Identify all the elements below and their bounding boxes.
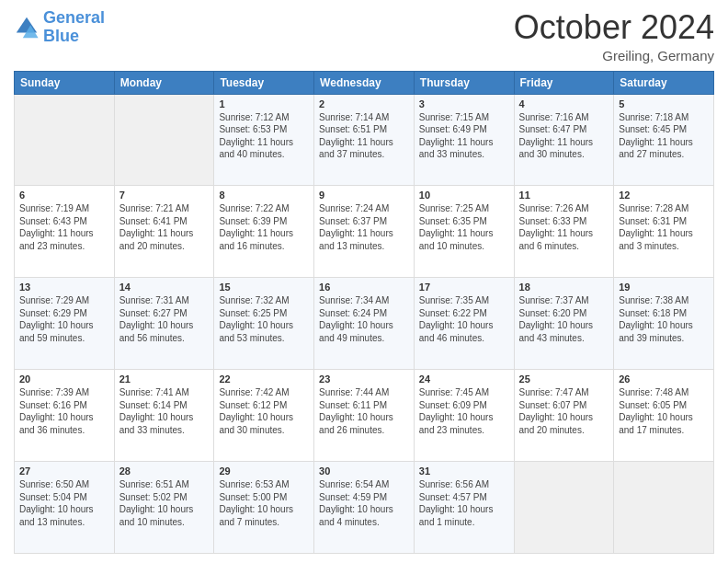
day-info: Sunrise: 7:19 AM Sunset: 6:43 PM Dayligh… xyxy=(19,202,109,252)
logo-line2: Blue xyxy=(43,27,79,45)
calendar-cell: 1Sunrise: 7:12 AM Sunset: 6:53 PM Daylig… xyxy=(214,94,314,186)
day-number: 18 xyxy=(519,282,609,293)
day-number: 14 xyxy=(119,282,210,293)
calendar-cell xyxy=(514,462,614,554)
day-number: 8 xyxy=(219,190,309,201)
day-number: 24 xyxy=(419,373,509,385)
day-info: Sunrise: 7:28 AM Sunset: 6:31 PM Dayligh… xyxy=(619,202,709,252)
calendar-cell xyxy=(614,462,714,554)
calendar-cell: 27Sunrise: 6:50 AM Sunset: 5:04 PM Dayli… xyxy=(15,462,115,554)
calendar-cell: 4Sunrise: 7:16 AM Sunset: 6:47 PM Daylig… xyxy=(514,94,614,186)
calendar-cell: 25Sunrise: 7:47 AM Sunset: 6:07 PM Dayli… xyxy=(514,370,614,462)
calendar-cell: 19Sunrise: 7:38 AM Sunset: 6:18 PM Dayli… xyxy=(614,278,714,370)
header-row: Sunday Monday Tuesday Wednesday Thursday… xyxy=(15,71,714,94)
day-number: 5 xyxy=(619,98,709,109)
calendar-cell: 9Sunrise: 7:24 AM Sunset: 6:37 PM Daylig… xyxy=(314,186,415,278)
day-info: Sunrise: 7:38 AM Sunset: 6:18 PM Dayligh… xyxy=(619,294,709,344)
day-info: Sunrise: 7:18 AM Sunset: 6:45 PM Dayligh… xyxy=(619,111,709,161)
day-number: 1 xyxy=(219,98,309,109)
day-number: 12 xyxy=(619,190,709,201)
col-sunday: Sunday xyxy=(15,71,115,94)
day-number: 11 xyxy=(519,190,609,201)
day-info: Sunrise: 6:54 AM Sunset: 4:59 PM Dayligh… xyxy=(319,478,409,528)
calendar-cell: 8Sunrise: 7:22 AM Sunset: 6:39 PM Daylig… xyxy=(214,186,314,278)
day-number: 15 xyxy=(219,282,309,293)
week-row-4: 20Sunrise: 7:39 AM Sunset: 6:16 PM Dayli… xyxy=(15,370,714,462)
calendar-cell: 17Sunrise: 7:35 AM Sunset: 6:22 PM Dayli… xyxy=(414,278,514,370)
day-number: 27 xyxy=(19,465,109,477)
calendar-cell: 12Sunrise: 7:28 AM Sunset: 6:31 PM Dayli… xyxy=(614,186,714,278)
logo-icon xyxy=(14,15,40,40)
header: General Blue October 2024 Greiling, Germ… xyxy=(14,9,714,63)
day-info: Sunrise: 6:53 AM Sunset: 5:00 PM Dayligh… xyxy=(219,478,309,528)
day-number: 2 xyxy=(319,98,409,109)
svg-marker-0 xyxy=(17,17,37,33)
calendar-cell: 18Sunrise: 7:37 AM Sunset: 6:20 PM Dayli… xyxy=(514,278,614,370)
day-number: 28 xyxy=(119,465,210,477)
day-info: Sunrise: 7:32 AM Sunset: 6:25 PM Dayligh… xyxy=(219,294,309,344)
page: General Blue October 2024 Greiling, Germ… xyxy=(0,0,728,563)
calendar-cell: 28Sunrise: 6:51 AM Sunset: 5:02 PM Dayli… xyxy=(114,462,214,554)
calendar-cell: 7Sunrise: 7:21 AM Sunset: 6:41 PM Daylig… xyxy=(114,186,214,278)
day-info: Sunrise: 7:47 AM Sunset: 6:07 PM Dayligh… xyxy=(519,386,609,436)
week-row-5: 27Sunrise: 6:50 AM Sunset: 5:04 PM Dayli… xyxy=(15,462,714,554)
week-row-3: 13Sunrise: 7:29 AM Sunset: 6:29 PM Dayli… xyxy=(15,278,714,370)
day-number: 3 xyxy=(419,98,509,109)
day-info: Sunrise: 7:45 AM Sunset: 6:09 PM Dayligh… xyxy=(419,386,509,436)
day-number: 7 xyxy=(119,190,210,201)
day-info: Sunrise: 7:48 AM Sunset: 6:05 PM Dayligh… xyxy=(619,386,709,436)
day-number: 20 xyxy=(19,373,109,385)
day-info: Sunrise: 7:21 AM Sunset: 6:41 PM Dayligh… xyxy=(119,202,210,252)
logo-text: General Blue xyxy=(43,9,105,46)
calendar-cell: 5Sunrise: 7:18 AM Sunset: 6:45 PM Daylig… xyxy=(614,94,714,186)
calendar-cell: 13Sunrise: 7:29 AM Sunset: 6:29 PM Dayli… xyxy=(15,278,115,370)
calendar-cell: 10Sunrise: 7:25 AM Sunset: 6:35 PM Dayli… xyxy=(414,186,514,278)
day-info: Sunrise: 7:14 AM Sunset: 6:51 PM Dayligh… xyxy=(319,111,409,161)
day-info: Sunrise: 7:22 AM Sunset: 6:39 PM Dayligh… xyxy=(219,202,309,252)
calendar-cell: 31Sunrise: 6:56 AM Sunset: 4:57 PM Dayli… xyxy=(414,462,514,554)
calendar-cell: 24Sunrise: 7:45 AM Sunset: 6:09 PM Dayli… xyxy=(414,370,514,462)
day-info: Sunrise: 6:51 AM Sunset: 5:02 PM Dayligh… xyxy=(119,478,210,528)
calendar-cell: 23Sunrise: 7:44 AM Sunset: 6:11 PM Dayli… xyxy=(314,370,415,462)
day-info: Sunrise: 7:41 AM Sunset: 6:14 PM Dayligh… xyxy=(119,386,210,436)
calendar-cell xyxy=(114,94,214,186)
col-monday: Monday xyxy=(114,71,214,94)
day-info: Sunrise: 7:24 AM Sunset: 6:37 PM Dayligh… xyxy=(319,202,409,252)
day-info: Sunrise: 7:29 AM Sunset: 6:29 PM Dayligh… xyxy=(19,294,109,344)
day-number: 25 xyxy=(519,373,609,385)
calendar-cell: 15Sunrise: 7:32 AM Sunset: 6:25 PM Dayli… xyxy=(214,278,314,370)
day-number: 21 xyxy=(119,373,210,385)
calendar-cell: 30Sunrise: 6:54 AM Sunset: 4:59 PM Dayli… xyxy=(314,462,415,554)
calendar-cell: 6Sunrise: 7:19 AM Sunset: 6:43 PM Daylig… xyxy=(15,186,115,278)
calendar-cell: 2Sunrise: 7:14 AM Sunset: 6:51 PM Daylig… xyxy=(314,94,415,186)
col-thursday: Thursday xyxy=(414,71,514,94)
calendar-cell: 14Sunrise: 7:31 AM Sunset: 6:27 PM Dayli… xyxy=(114,278,214,370)
day-info: Sunrise: 7:31 AM Sunset: 6:27 PM Dayligh… xyxy=(119,294,210,344)
day-info: Sunrise: 7:15 AM Sunset: 6:49 PM Dayligh… xyxy=(419,111,509,161)
day-number: 13 xyxy=(19,282,109,293)
day-number: 16 xyxy=(319,282,409,293)
week-row-1: 1Sunrise: 7:12 AM Sunset: 6:53 PM Daylig… xyxy=(15,94,714,186)
day-info: Sunrise: 7:44 AM Sunset: 6:11 PM Dayligh… xyxy=(319,386,409,436)
day-number: 29 xyxy=(219,465,309,477)
location: Greiling, Germany xyxy=(514,48,714,63)
calendar-cell: 20Sunrise: 7:39 AM Sunset: 6:16 PM Dayli… xyxy=(15,370,115,462)
day-info: Sunrise: 7:42 AM Sunset: 6:12 PM Dayligh… xyxy=(219,386,309,436)
logo-line1: General xyxy=(43,8,105,27)
day-info: Sunrise: 7:16 AM Sunset: 6:47 PM Dayligh… xyxy=(519,111,609,161)
day-number: 6 xyxy=(19,190,109,201)
day-info: Sunrise: 7:34 AM Sunset: 6:24 PM Dayligh… xyxy=(319,294,409,344)
title-section: October 2024 Greiling, Germany xyxy=(514,9,714,63)
calendar-cell: 11Sunrise: 7:26 AM Sunset: 6:33 PM Dayli… xyxy=(514,186,614,278)
calendar-cell: 26Sunrise: 7:48 AM Sunset: 6:05 PM Dayli… xyxy=(614,370,714,462)
day-number: 22 xyxy=(219,373,309,385)
day-info: Sunrise: 7:25 AM Sunset: 6:35 PM Dayligh… xyxy=(419,202,509,252)
calendar-body: 1Sunrise: 7:12 AM Sunset: 6:53 PM Daylig… xyxy=(15,94,714,553)
calendar-header: Sunday Monday Tuesday Wednesday Thursday… xyxy=(15,71,714,94)
day-number: 10 xyxy=(419,190,509,201)
calendar-cell: 3Sunrise: 7:15 AM Sunset: 6:49 PM Daylig… xyxy=(414,94,514,186)
day-info: Sunrise: 7:26 AM Sunset: 6:33 PM Dayligh… xyxy=(519,202,609,252)
day-number: 30 xyxy=(319,465,409,477)
col-tuesday: Tuesday xyxy=(214,71,314,94)
calendar-cell: 21Sunrise: 7:41 AM Sunset: 6:14 PM Dayli… xyxy=(114,370,214,462)
